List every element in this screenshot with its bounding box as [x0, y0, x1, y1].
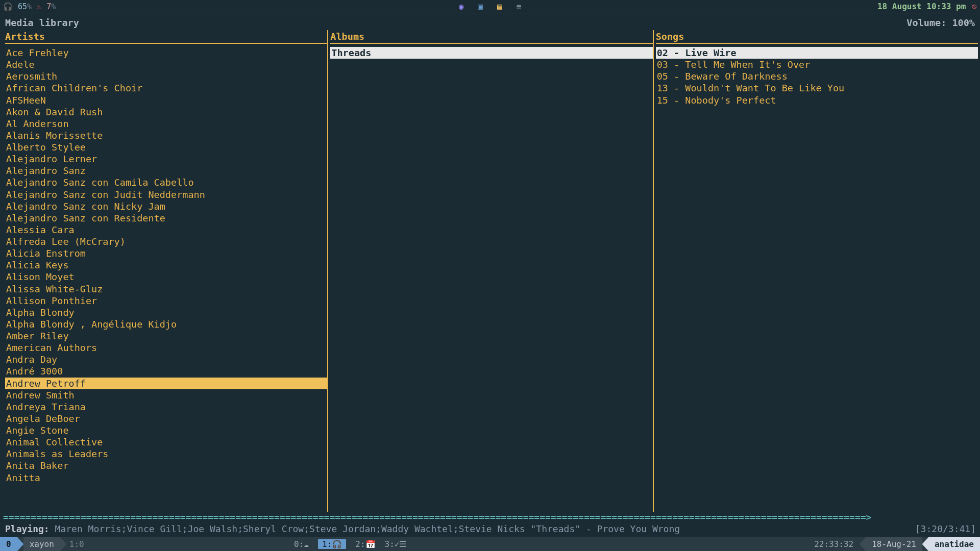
- tmux-windows: 0:☁1:🎧2:📅3:✓☰: [288, 537, 412, 551]
- songs-list[interactable]: 02 - Live Wire03 - Tell Me When It's Ove…: [656, 47, 978, 512]
- artist-item[interactable]: André 3000: [5, 365, 327, 377]
- clock: 18 August 10:33 pm: [877, 2, 966, 11]
- artist-item[interactable]: Aerosmith: [5, 70, 327, 82]
- artist-item[interactable]: Alberto Stylee: [5, 141, 327, 153]
- artist-item[interactable]: Andrew Petroff: [5, 378, 327, 389]
- terminal-icon[interactable]: ▣: [478, 2, 483, 11]
- now-playing-row: Playing: Maren Morris;Vince Gill;Joe Wal…: [0, 522, 980, 537]
- artist-item[interactable]: Alicia Enstrom: [5, 247, 327, 259]
- artist-item[interactable]: Alicia Keys: [5, 259, 327, 271]
- tmux-window[interactable]: 1:🎧: [318, 539, 346, 549]
- artist-item[interactable]: Alejandro Sanz con Judit Neddermann: [5, 189, 327, 201]
- headphones-icon: 🎧: [3, 2, 13, 11]
- volume-label: Volume: 100%: [906, 17, 975, 28]
- equalizer-icon[interactable]: ≡: [517, 2, 522, 11]
- artist-item[interactable]: Angela DeBoer: [5, 413, 327, 424]
- artist-item[interactable]: Akon & David Rush: [5, 106, 327, 118]
- artist-item[interactable]: Andra Day: [5, 354, 327, 365]
- artist-item[interactable]: Anitta: [5, 472, 327, 484]
- fire-value: 7%: [46, 2, 56, 11]
- album-item[interactable]: Threads: [330, 47, 652, 59]
- playing-time: [3:20/3:41]: [915, 523, 976, 534]
- artist-item[interactable]: AFSHeeN: [5, 94, 327, 106]
- fire-icon: ♨: [37, 2, 41, 11]
- artist-item[interactable]: Andrew Smith: [5, 389, 327, 401]
- song-item[interactable]: 13 - Wouldn't Want To Be Like You: [656, 82, 978, 94]
- desktop-topbar: 🎧 65% ♨ 7% ◉ ▣ ▤ ≡ 18 August 10:33 pm ⎋: [0, 0, 980, 13]
- artist-item[interactable]: Alessia Cara: [5, 224, 327, 236]
- artist-item[interactable]: Alanis Morissette: [5, 130, 327, 141]
- artist-item[interactable]: Alejandro Lerner: [5, 153, 327, 165]
- tmux-window[interactable]: 0:☁: [294, 539, 309, 549]
- playing-text: Maren Morris;Vince Gill;Joe Walsh;Sheryl…: [55, 523, 680, 534]
- albums-column: Albums Threads: [327, 30, 652, 512]
- artist-item[interactable]: African Children's Choir: [5, 82, 327, 94]
- artists-list[interactable]: Ace FrehleyAdeleAerosmithAfrican Childre…: [5, 47, 327, 512]
- artist-item[interactable]: American Authors: [5, 342, 327, 354]
- artist-item[interactable]: Anita Baker: [5, 460, 327, 471]
- firefox-icon[interactable]: ◉: [459, 2, 464, 11]
- song-item[interactable]: 03 - Tell Me When It's Over: [656, 59, 978, 70]
- logout-icon[interactable]: ⎋: [972, 2, 977, 11]
- tmux-host: xayon: [23, 537, 60, 551]
- artist-item[interactable]: Ace Frehley: [5, 47, 327, 59]
- tmux-node: anatidae: [928, 537, 980, 551]
- artist-item[interactable]: Allison Ponthier: [5, 295, 327, 307]
- artist-item[interactable]: Al Anderson: [5, 118, 327, 130]
- tmux-date: 18-Aug-21: [866, 537, 922, 551]
- artists-header: Artists: [5, 30, 327, 44]
- artist-item[interactable]: Alfreda Lee (McCrary): [5, 236, 327, 247]
- app-title: Media library: [5, 17, 79, 28]
- albums-header: Albums: [330, 30, 652, 44]
- albums-list[interactable]: Threads: [330, 47, 652, 512]
- artists-column: Artists Ace FrehleyAdeleAerosmithAfrican…: [2, 30, 327, 512]
- artist-item[interactable]: Angie Stone: [5, 424, 327, 436]
- songs-column: Songs 02 - Live Wire03 - Tell Me When It…: [653, 30, 978, 512]
- artist-item[interactable]: Andreya Triana: [5, 401, 327, 413]
- progress-bar: ========================================…: [0, 512, 980, 522]
- artist-item[interactable]: Alissa White-Gluz: [5, 283, 327, 295]
- song-item[interactable]: 02 - Live Wire: [656, 47, 978, 59]
- artist-item[interactable]: Alejandro Sanz con Residente: [5, 212, 327, 224]
- tmux-time: 22:33:32: [808, 537, 860, 551]
- artist-item[interactable]: Amber Riley: [5, 330, 327, 342]
- artist-item[interactable]: Alpha Blondy , Angélique Kidjo: [5, 318, 327, 330]
- artist-item[interactable]: Alejandro Sanz con Nicky Jam: [5, 201, 327, 212]
- artist-item[interactable]: Alison Moyet: [5, 271, 327, 283]
- artist-item[interactable]: Alejandro Sanz con Camila Cabello: [5, 177, 327, 188]
- song-item[interactable]: 05 - Beware Of Darkness: [656, 70, 978, 82]
- tmux-window[interactable]: 2:📅: [355, 539, 375, 549]
- media-library-app: Media library Volume: 100% Artists Ace F…: [0, 13, 980, 537]
- headphone-volume: 65%: [18, 2, 32, 11]
- tmux-statusbar: 0 xayon 1:0 0:☁1:🎧2:📅3:✓☰ 22:33:32 18-Au…: [0, 537, 980, 551]
- artist-item[interactable]: Alejandro Sanz: [5, 165, 327, 177]
- songs-header: Songs: [656, 30, 978, 44]
- chat-icon[interactable]: ▤: [497, 2, 502, 11]
- artist-item[interactable]: Animals as Leaders: [5, 448, 327, 460]
- tmux-session[interactable]: 0: [0, 537, 17, 551]
- artist-item[interactable]: Adele: [5, 59, 327, 70]
- playing-label: Playing:: [5, 523, 50, 534]
- tmux-window[interactable]: 3:✓☰: [385, 539, 407, 549]
- tmux-window-index: 1:0: [60, 537, 90, 551]
- artist-item[interactable]: Animal Collective: [5, 436, 327, 448]
- song-item[interactable]: 15 - Nobody's Perfect: [656, 94, 978, 106]
- artist-item[interactable]: Alpha Blondy: [5, 307, 327, 318]
